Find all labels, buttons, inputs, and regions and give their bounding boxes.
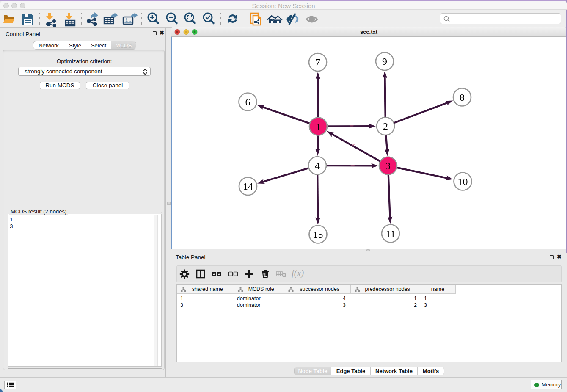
svg-text:1: 1 [316,121,321,132]
svg-text:11: 11 [385,228,395,239]
svg-text:15: 15 [313,229,323,240]
svg-text:10: 10 [458,176,468,187]
svg-text:3: 3 [385,160,391,171]
svg-text:8: 8 [460,92,465,103]
svg-text:14: 14 [243,181,253,192]
svg-text:6: 6 [245,97,250,108]
svg-text:2: 2 [383,121,388,132]
svg-text:9: 9 [382,56,387,67]
svg-text:7: 7 [315,57,320,68]
svg-text:4: 4 [315,160,320,171]
